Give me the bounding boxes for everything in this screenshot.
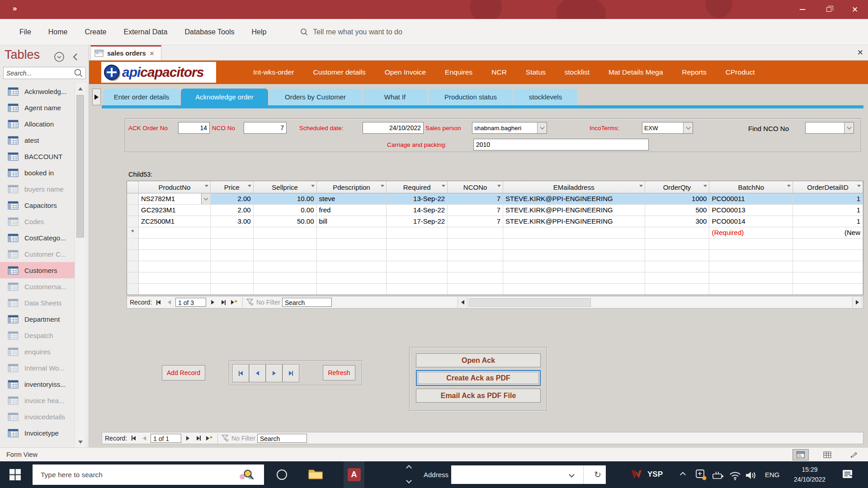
select-all-corner[interactable] <box>127 181 139 193</box>
filter-arrow-icon[interactable] <box>787 185 791 187</box>
cell[interactable]: 0.00 <box>254 205 317 216</box>
cell[interactable]: bill <box>317 216 387 227</box>
form-view-button[interactable] <box>793 449 809 460</box>
cortana-icon[interactable] <box>277 469 287 480</box>
table-row[interactable]: ZC2500M13.0050.00bill17-Sep-227STEVE.KIR… <box>127 216 863 227</box>
filter-arrow-icon[interactable] <box>205 185 208 187</box>
ribbon-tab-create[interactable]: Create <box>76 19 115 45</box>
banner-menu-enquires[interactable]: Enquires <box>445 68 472 76</box>
first-record-icon[interactable] <box>129 434 138 443</box>
column-header-batchno[interactable]: BatchNo <box>709 181 793 193</box>
cell[interactable] <box>645 227 710 239</box>
new-row-selector-icon[interactable]: * <box>127 227 139 239</box>
column-header-required[interactable]: Required <box>387 181 448 193</box>
sidebar-item-data-sheets[interactable]: Data Sheets <box>0 295 75 311</box>
cell[interactable]: 7 <box>448 193 503 205</box>
tray-expand-icon[interactable] <box>681 473 685 477</box>
tab-close-icon[interactable]: ✕ <box>149 50 154 57</box>
chevron-down-icon[interactable] <box>683 122 693 133</box>
banner-menu-cproduct[interactable]: CProduct <box>726 68 755 76</box>
email-ack-pdf-button[interactable]: Email Ack as PDF File <box>416 389 541 403</box>
sidebar-item-costcatego[interactable]: CostCatego... <box>0 230 75 246</box>
banner-menu-status[interactable]: Status <box>526 68 546 76</box>
sidebar-item-codes[interactable]: Codes <box>0 213 75 230</box>
form-tab-production-status[interactable]: Production status <box>429 89 513 105</box>
sidebar-item-booked-in[interactable]: booked in <box>0 164 75 181</box>
cell[interactable]: (New <box>793 227 863 239</box>
sidebar-item-inventoryiss[interactable]: inventoryiss... <box>0 376 75 392</box>
cell[interactable] <box>139 227 211 239</box>
go-last-button[interactable] <box>283 364 299 382</box>
chevron-down-icon[interactable] <box>844 122 854 133</box>
cell[interactable]: STEVE.KIRK@PPI-ENGINEERING <box>503 216 645 227</box>
next-record-icon[interactable] <box>183 434 192 443</box>
record-position[interactable]: 1 of 1 <box>151 434 181 443</box>
tab-sales-orders[interactable]: sales orders ✕ <box>90 45 161 61</box>
order-details-datasheet[interactable]: ProductNoPriceSellpricePdescriptionRequi… <box>127 181 863 295</box>
toolbar-scroll-down-icon[interactable] <box>407 479 411 483</box>
cell[interactable]: STEVE.KIRK@PPI-ENGINEERING <box>503 193 645 205</box>
filter-arrow-icon[interactable] <box>857 185 861 187</box>
chevron-down-icon[interactable] <box>201 193 210 204</box>
sidebar-item-customer-c[interactable]: Customer C... <box>0 246 75 262</box>
column-header-orderdetailid[interactable]: OrderDetailID <box>793 181 863 193</box>
sidebar-item-invoicedetails[interactable]: invoicedetails <box>0 408 75 425</box>
cell[interactable]: 3.00 <box>211 216 254 227</box>
filter-arrow-icon[interactable] <box>381 185 384 187</box>
go-first-button[interactable] <box>232 364 249 382</box>
cell[interactable]: 500 <box>645 205 710 216</box>
document-close-icon[interactable]: ✕ <box>857 48 863 57</box>
tray-app-logo-icon[interactable] <box>630 469 645 483</box>
quick-access-toolbar-overflow[interactable]: » <box>13 4 16 13</box>
minimize-button[interactable] <box>789 0 816 19</box>
cell[interactable]: 50.00 <box>254 216 317 227</box>
banner-menu-open-invoice[interactable]: Open Invoice <box>385 68 426 76</box>
banner-menu-customer-details[interactable]: Customer details <box>313 68 365 76</box>
cell[interactable]: 1 <box>793 193 863 205</box>
design-view-button[interactable] <box>846 449 862 460</box>
ribbon-tab-external-data[interactable]: External Data <box>115 19 176 45</box>
add-record-button[interactable]: Add Record <box>162 365 205 380</box>
hscroll-left-icon[interactable] <box>458 297 467 308</box>
open-ack-button[interactable]: Open Ack <box>416 353 541 367</box>
cell[interactable]: GC2923M1 <box>139 205 211 216</box>
cell[interactable]: ZC2500M1 <box>139 216 211 227</box>
sidebar-item-customers[interactable]: Customers <box>0 262 75 278</box>
create-ack-pdf-button[interactable]: Create Ack as PDF <box>416 370 541 386</box>
hscroll-thumb[interactable] <box>469 298 591 307</box>
cell[interactable] <box>448 227 503 239</box>
table-row[interactable]: GC2923M12.000.00fred14-Sep-227STEVE.KIRK… <box>127 205 863 216</box>
ack-order-no-input[interactable]: 14 <box>178 122 210 134</box>
sidebar-item-enquires[interactable]: enquires <box>0 343 75 360</box>
cell[interactable]: 14-Sep-22 <box>387 205 448 216</box>
form-tab-what-if[interactable]: What If <box>363 89 427 105</box>
cell[interactable] <box>317 227 387 239</box>
form-tab-acknowledge-order[interactable]: Acknowledge order <box>181 89 268 105</box>
cell[interactable]: 1000 <box>645 193 710 205</box>
next-record-icon[interactable] <box>208 298 217 307</box>
refresh-button[interactable]: Refresh <box>323 365 355 380</box>
last-record-icon[interactable] <box>219 298 228 307</box>
scroll-down-icon[interactable] <box>75 436 86 447</box>
sidebar-item-invoice-hea[interactable]: invoice hea... <box>0 392 75 408</box>
record-position[interactable]: 1 of 3 <box>175 298 206 307</box>
cell[interactable]: (Required) <box>709 227 793 239</box>
ribbon-tab-help[interactable]: Help <box>243 19 275 45</box>
cell[interactable]: 17-Sep-22 <box>387 216 448 227</box>
search-icon[interactable] <box>74 68 84 78</box>
taskbar-search-box[interactable]: Type here to search <box>33 465 264 485</box>
last-record-icon[interactable] <box>194 434 203 443</box>
ribbon-tab-database-tools[interactable]: Database Tools <box>176 19 243 45</box>
filter-status[interactable]: No Filter <box>246 299 280 306</box>
cell[interactable]: PCO00014 <box>709 216 793 227</box>
volume-tray-icon[interactable] <box>745 471 757 482</box>
cell[interactable]: 2.00 <box>211 205 254 216</box>
address-combo[interactable]: ↻ <box>451 465 606 484</box>
row-selector[interactable] <box>127 205 139 216</box>
tray-app-label[interactable]: YSP <box>647 470 663 479</box>
cell[interactable]: 1 <box>793 216 863 227</box>
ribbon-tab-home[interactable]: Home <box>40 19 76 45</box>
carriage-input[interactable]: 2010 <box>473 139 649 150</box>
form-tab-orders-by-customer[interactable]: Orders by Customer <box>269 89 362 105</box>
cell[interactable]: 13-Sep-22 <box>387 193 448 205</box>
